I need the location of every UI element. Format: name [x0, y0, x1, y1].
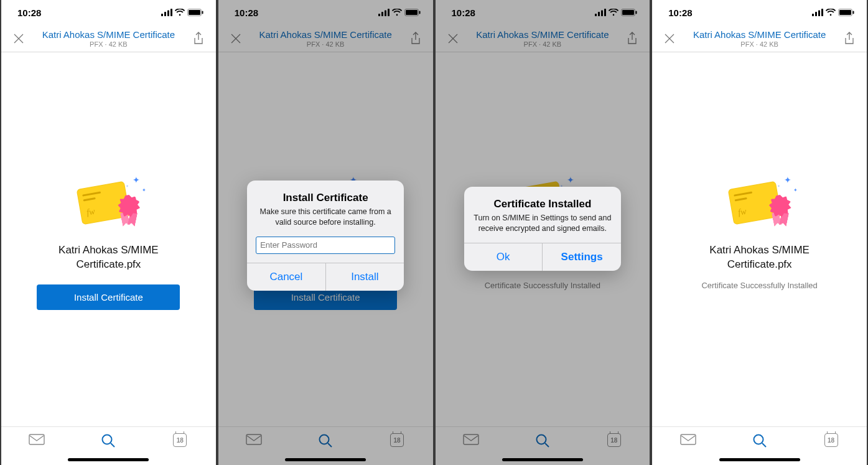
header-subtitle: PFX · 42 KB: [463, 40, 623, 48]
home-indicator[interactable]: [502, 458, 583, 461]
share-icon: [410, 32, 421, 45]
svg-rect-12: [388, 9, 390, 16]
battery-icon: [404, 9, 421, 16]
svg-rect-18: [595, 14, 597, 16]
svg-rect-33: [853, 11, 854, 14]
home-indicator[interactable]: [719, 458, 800, 461]
nav-header: Katri Ahokas S/MIME Certificate PFX · 42…: [218, 25, 433, 52]
share-button[interactable]: [406, 32, 426, 45]
install-certificate-button[interactable]: Install Certificate: [37, 284, 180, 310]
battery-icon: [838, 9, 854, 16]
dialog-title: Certificate Installed: [473, 198, 612, 210]
svg-rect-24: [636, 11, 637, 14]
svg-point-26: [536, 435, 546, 444]
home-indicator[interactable]: [68, 458, 149, 461]
dialog-message: Make sure this certificate came from a v…: [256, 207, 395, 228]
success-message: Certificate Successfully Installed: [485, 281, 600, 290]
tab-calendar[interactable]: 18: [161, 433, 198, 447]
status-bar: 10:28: [436, 0, 650, 25]
svg-rect-6: [202, 11, 203, 14]
cellular-icon: [595, 9, 606, 16]
nav-header: Katri Ahokas S/MIME Certificate PFX · 42…: [1, 25, 216, 52]
svg-rect-10: [381, 12, 383, 16]
tab-mail[interactable]: [18, 433, 55, 446]
svg-rect-20: [601, 11, 603, 17]
cancel-button[interactable]: Cancel: [247, 263, 325, 291]
screen-initial: 10:28 Katri Ahokas S/MIME Certificate PF…: [0, 0, 217, 465]
tab-search[interactable]: [90, 433, 127, 448]
svg-rect-7: [29, 434, 44, 444]
battery-icon: [621, 9, 637, 16]
search-icon: [535, 433, 550, 448]
tab-calendar[interactable]: 18: [378, 433, 416, 447]
main-content: fw ✦✦✦ Katri Ahokas S/MIMECertificate.pf…: [652, 52, 867, 426]
share-button[interactable]: [839, 32, 859, 45]
tab-search[interactable]: [741, 433, 778, 448]
close-button[interactable]: [226, 33, 246, 44]
ok-button[interactable]: Ok: [464, 243, 543, 271]
tab-calendar[interactable]: 18: [595, 433, 633, 447]
header-title: Katri Ahokas S/MIME Certificate: [463, 29, 623, 40]
mail-icon: [463, 433, 479, 446]
password-input[interactable]: [256, 237, 395, 254]
status-indicators: [812, 9, 854, 16]
mail-icon: [246, 433, 262, 446]
calendar-icon: 18: [173, 433, 187, 447]
svg-rect-30: [821, 9, 823, 16]
search-icon: [101, 433, 116, 448]
close-icon: [230, 33, 241, 44]
share-icon: [627, 32, 638, 45]
home-indicator[interactable]: [285, 458, 366, 461]
certificate-illustration: fw ✦✦✦: [74, 174, 142, 236]
tab-bar: 18: [1, 426, 216, 465]
battery-icon: [187, 9, 203, 16]
calendar-icon: 18: [607, 433, 621, 447]
main-content: fw ✦✦✦ Katri Ahokas S/MIME Certificate.p…: [1, 52, 216, 426]
wifi-icon: [609, 9, 618, 16]
install-confirm-button[interactable]: Install: [325, 263, 404, 291]
header-title-block: Katri Ahokas S/MIME Certificate PFX · 42…: [679, 29, 839, 48]
svg-rect-21: [604, 9, 606, 16]
tab-search[interactable]: [524, 433, 561, 448]
header-title-block: Katri Ahokas S/MIME Certificate PFX · 42…: [29, 29, 189, 48]
success-message: Certificate Successfully Installed: [701, 281, 817, 290]
tab-search[interactable]: [307, 433, 344, 448]
cellular-icon: [812, 9, 823, 16]
tab-bar: 18: [218, 426, 433, 465]
status-bar: 10:28: [218, 0, 433, 25]
share-button[interactable]: [622, 32, 642, 45]
tab-calendar[interactable]: 18: [813, 433, 850, 447]
svg-point-17: [320, 435, 329, 444]
status-indicators: [161, 9, 203, 16]
svg-rect-27: [812, 14, 814, 16]
status-indicators: [378, 9, 421, 16]
tab-mail[interactable]: [452, 433, 490, 446]
header-subtitle: PFX · 42 KB: [246, 40, 406, 48]
close-button[interactable]: [660, 33, 679, 44]
svg-rect-32: [839, 10, 851, 15]
status-time: 10:28: [452, 7, 475, 18]
settings-button[interactable]: Settings: [542, 243, 621, 271]
svg-rect-2: [167, 11, 169, 17]
svg-rect-15: [419, 11, 420, 14]
calendar-icon: 18: [390, 433, 404, 447]
tab-bar: 18: [436, 426, 650, 465]
header-title: Katri Ahokas S/MIME Certificate: [679, 29, 839, 40]
close-button[interactable]: [443, 33, 463, 44]
status-time: 10:28: [17, 7, 41, 18]
header-title: Katri Ahokas S/MIME Certificate: [246, 29, 406, 40]
install-certificate-dialog: Install Certificate Make sure this certi…: [247, 181, 404, 291]
header-title-block: Katri Ahokas S/MIME Certificate PFX · 42…: [463, 29, 623, 48]
share-button[interactable]: [189, 32, 208, 45]
wifi-icon: [392, 9, 402, 16]
svg-rect-19: [598, 12, 600, 16]
status-bar: 10:28: [652, 0, 867, 25]
search-icon: [752, 433, 767, 448]
dialog-message: Turn on S/MIME in Settings to send and r…: [473, 213, 612, 234]
dialog-title: Install Certificate: [256, 192, 395, 204]
close-button[interactable]: [9, 33, 29, 44]
tab-mail[interactable]: [235, 433, 273, 446]
certificate-filename: Katri Ahokas S/MIMECertificate.pfx: [709, 243, 810, 272]
certificate-filename: Katri Ahokas S/MIME Certificate.pfx: [58, 243, 159, 272]
tab-mail[interactable]: [670, 433, 707, 446]
